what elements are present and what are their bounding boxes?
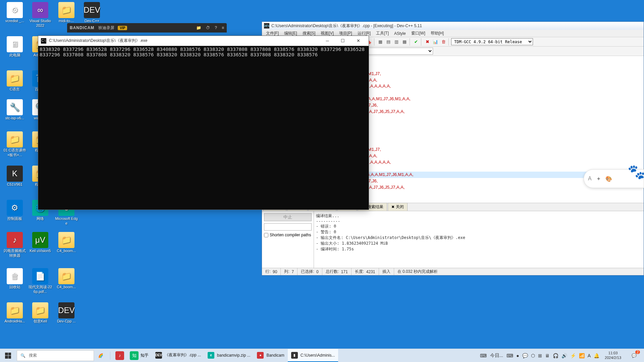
compile-output: 编译结果... ---------- - 错误: 0 - 警告: 0 - 输出文… bbox=[314, 211, 644, 268]
desktop-icon-dev-cpp-[interactable]: DEVDev-Cpp ... bbox=[54, 302, 78, 324]
menu-AStyle[interactable]: AStyle bbox=[391, 31, 409, 37]
toolbar-stop-icon[interactable]: ✖ bbox=[424, 38, 431, 46]
desktop-icon--[interactable]: 🗑回收站 bbox=[3, 268, 27, 290]
devcpp-title: C:\Users\Administrator\Desktop\音乐\《夜幕审判》… bbox=[271, 23, 422, 29]
desktop-icon-dev-c-[interactable]: DEVDev-C++ bbox=[80, 2, 104, 23]
taskbar-app-rainbow[interactable]: 🌈 bbox=[94, 349, 107, 362]
console-title: C:\Users\Administrator\Desktop\音乐\《夜幕审判》… bbox=[49, 38, 147, 44]
console-app-icon: C:\ bbox=[41, 38, 46, 44]
start-button[interactable] bbox=[0, 349, 16, 362]
taskbar: 🔍 搜索 🌈 ♪知知乎 DEV《夜幕审判》.cpp ...ebandicamvi… bbox=[0, 349, 644, 362]
assistant-pet-icon: 🐾 bbox=[628, 164, 644, 180]
console-minimize-button[interactable]: ─ bbox=[320, 36, 335, 46]
task-edge[interactable]: ebandicamvip.zip ... bbox=[204, 349, 254, 362]
tray-icon-7[interactable]: 🔊 bbox=[561, 353, 567, 358]
search-placeholder: 搜索 bbox=[29, 353, 37, 358]
assistant-text-icon[interactable]: A bbox=[588, 176, 592, 182]
music-app[interactable]: ♪ bbox=[113, 349, 126, 362]
desktop-icon-01-c-[interactable]: 01 C语言课件+板书+... bbox=[3, 131, 27, 158]
tray-icon-9[interactable]: 📶 bbox=[579, 353, 585, 358]
toolbar-chart-icon[interactable]: 📊 bbox=[432, 38, 439, 46]
assistant-palette-icon[interactable]: 🎨 bbox=[605, 176, 612, 182]
tray-icon-2[interactable]: 💬 bbox=[522, 353, 528, 358]
devcpp-titlebar[interactable]: DEV C:\Users\Administrator\Desktop\音乐\《夜… bbox=[262, 22, 644, 30]
tray-icon-3[interactable]: ⬡ bbox=[531, 353, 535, 358]
tray-ime-icon[interactable]: ⌨ bbox=[480, 353, 487, 358]
zhihu-app[interactable]: 知知乎 bbox=[126, 349, 152, 362]
compile-pane: 中止 Shorten compiler paths 编译结果... ------… bbox=[262, 211, 644, 268]
assistant-widget[interactable]: A ✦ 🎨 🐾 bbox=[584, 169, 644, 188]
toolbar-trash-icon[interactable]: 🗑 bbox=[440, 38, 447, 46]
desktop-icon-midi-to-[interactable]: midi-to-... bbox=[54, 2, 78, 23]
menu-帮助[H][interactable]: 帮助[H] bbox=[428, 30, 446, 37]
system-tray: ⌨ 今日... ⌨●💬⬡⊞🖥🎧🔊⚡📶A🔔 11:03 2024/2/13 💬2 bbox=[477, 349, 644, 362]
tray-weather-text[interactable]: 今日... bbox=[490, 353, 503, 359]
toolbar-grid4-icon[interactable]: ▩ bbox=[401, 38, 408, 46]
console-titlebar[interactable]: C:\ C:\Users\Administrator\Desktop\音乐\《夜… bbox=[38, 36, 369, 46]
desktop-icon-c-[interactable]: C语言 bbox=[3, 70, 27, 92]
bandicam-menu-icon[interactable]: ≡ bbox=[222, 25, 224, 30]
desktop-icon--[interactable]: ⚙控制面板 bbox=[3, 200, 27, 221]
menu-工具[T][interactable]: 工具[T] bbox=[373, 30, 391, 37]
taskbar-clock[interactable]: 11:03 2024/2/13 bbox=[603, 351, 623, 360]
assistant-sparkle-icon[interactable]: ✦ bbox=[596, 176, 601, 182]
desktop-icon-keil-uvision5[interactable]: μVKeil uVision5 bbox=[28, 232, 52, 253]
desktop-icon--[interactable]: 🖥此电脑 bbox=[3, 36, 27, 58]
desktop-icon--keil[interactable]: 创意Keil bbox=[28, 302, 52, 324]
desktop-icon-vcredist-[interactable]: ⚙vcredist _... bbox=[3, 2, 27, 23]
desktop-icon-c4-boom-[interactable]: C4_boom... bbox=[54, 232, 78, 253]
tray-icon-11[interactable]: 🔔 bbox=[594, 353, 599, 358]
tray-icon-4[interactable]: ⊞ bbox=[538, 353, 542, 358]
devcpp-app-icon: DEV bbox=[264, 23, 269, 28]
compile-filter-input[interactable] bbox=[264, 223, 312, 231]
bandicam-toolbar: BANDICAM 班迪录屏 VIP 📁 ⏱ ? ≡ bbox=[67, 23, 227, 33]
tray-icon-0[interactable]: ⌨ bbox=[506, 353, 513, 358]
desktop-icon--[interactable]: ♪闪电音频格式转换器 bbox=[3, 232, 27, 258]
console-maximize-button[interactable]: ☐ bbox=[335, 36, 351, 46]
desktop-icon-stc-isp-v6-[interactable]: 🔧stc-isp-v6... bbox=[3, 99, 27, 121]
task-devcpp[interactable]: DEV《夜幕审判》.cpp ... bbox=[152, 349, 204, 362]
tray-icon-6[interactable]: 🎧 bbox=[553, 353, 558, 358]
tray-icon-1[interactable]: ● bbox=[516, 353, 519, 358]
taskbar-search[interactable]: 🔍 搜索 bbox=[17, 350, 94, 361]
console-output[interactable]: 8338320 8337296 8336528 8337296 8336528 … bbox=[38, 46, 369, 209]
devcpp-statusbar: 行: 90 列: 7 已选择: 0 总行数: 171 长度: 4231 插入 在… bbox=[262, 268, 644, 275]
toolbar-grid3-icon[interactable]: ▥ bbox=[393, 38, 400, 46]
bottom-tab-关闭[interactable]: ✖关闭 bbox=[388, 203, 408, 211]
search-icon: 🔍 bbox=[20, 353, 25, 358]
console-window: C:\ C:\Users\Administrator\Desktop\音乐\《夜… bbox=[38, 36, 369, 210]
console-close-button[interactable]: ✕ bbox=[351, 36, 366, 46]
bandicam-timer-icon[interactable]: ⏱ bbox=[206, 25, 210, 30]
bandicam-help-icon[interactable]: ? bbox=[215, 25, 217, 30]
taskbar-divider bbox=[110, 352, 110, 360]
toolbar-check-icon[interactable]: ✔ bbox=[412, 38, 420, 46]
bandicam-folder-icon[interactable]: 📁 bbox=[196, 25, 201, 30]
bandicam-logo: BANDICAM bbox=[70, 25, 94, 30]
toolbar-grid2-icon[interactable]: ▤ bbox=[385, 38, 392, 46]
bandicam-vip-badge: VIP bbox=[118, 26, 127, 30]
toolbar-grid1-icon[interactable]: ▦ bbox=[377, 38, 384, 46]
tray-icon-10[interactable]: A bbox=[588, 353, 591, 358]
desktop-icon--226p-pdf-[interactable]: 📄现代文阅读-226p.pdf... bbox=[28, 268, 52, 294]
desktop-icon-visual-studio-2022[interactable]: ∞Visual Studio 2022 bbox=[28, 2, 52, 28]
task-console[interactable]: ▮C:\Users\Adminis... bbox=[288, 349, 338, 362]
desktop-icon-c51v961[interactable]: KC51V961 bbox=[3, 166, 27, 187]
bandicam-label: 班迪录屏 bbox=[98, 25, 114, 31]
notification-button[interactable]: 💬2 bbox=[627, 349, 641, 362]
shorten-paths-checkbox[interactable]: Shorten compiler paths bbox=[264, 233, 312, 237]
task-bandicam[interactable]: ●Bandicam bbox=[254, 349, 287, 362]
compiler-select[interactable]: TDM-GCC 4.9.2 64-bit Release bbox=[451, 38, 533, 45]
tray-icon-5[interactable]: 🖥 bbox=[545, 353, 550, 358]
desktop-icon-c4-boom-[interactable]: C4_boom... bbox=[54, 268, 78, 290]
compile-abort-button[interactable]: 中止 bbox=[264, 213, 312, 221]
tray-icon-8[interactable]: ⚡ bbox=[570, 353, 576, 358]
desktop-icon-androidha-[interactable]: AndroidHa... bbox=[3, 302, 27, 324]
menu-窗口[W][interactable]: 窗口[W] bbox=[409, 30, 428, 37]
